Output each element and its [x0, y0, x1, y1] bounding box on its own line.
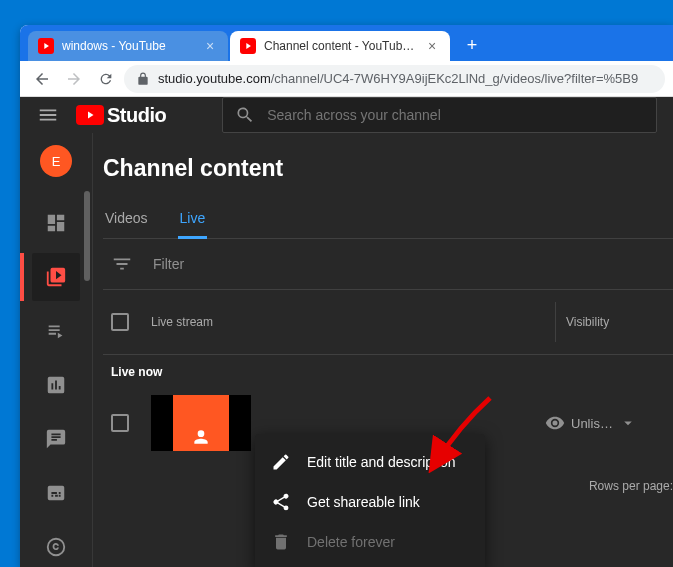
logo-text: Studio [107, 104, 166, 127]
sidebar-item-subtitles[interactable] [32, 469, 80, 517]
menu-label: Get shareable link [307, 494, 420, 510]
menu-delete-forever: Delete forever [255, 522, 485, 562]
play-icon [76, 105, 104, 125]
avatar[interactable]: E [40, 145, 72, 177]
select-all-checkbox[interactable] [111, 313, 129, 331]
column-visibility[interactable]: Visibility [555, 302, 665, 342]
url-host: studio.youtube.com [158, 71, 271, 86]
filter-icon [111, 253, 133, 275]
menu-shareable-link[interactable]: Get shareable link [255, 482, 485, 522]
tab-live[interactable]: Live [178, 204, 208, 238]
person-icon [191, 427, 211, 447]
menu-label: Edit title and description [307, 454, 456, 470]
forward-button[interactable] [60, 65, 88, 93]
rows-per-page-label: Rows per page: [589, 479, 673, 493]
youtube-favicon [240, 38, 256, 54]
content-tabs: Videos Live [103, 204, 673, 239]
browser-tab[interactable]: windows - YouTube × [28, 31, 228, 61]
page-title: Channel content [103, 155, 673, 182]
filter-label: Filter [153, 256, 184, 272]
trash-icon [271, 532, 291, 552]
hamburger-icon[interactable] [36, 103, 60, 127]
tab-title: windows - YouTube [62, 39, 194, 53]
sidebar-scrollbar[interactable] [84, 191, 90, 281]
lock-icon [136, 72, 150, 86]
sidebar-item-playlists[interactable] [32, 307, 80, 355]
search-container [222, 97, 657, 133]
reload-button[interactable] [92, 65, 120, 93]
menu-label: Delete forever [307, 534, 395, 550]
address-bar: studio.youtube.com/channel/UC4-7W6HY9A9i… [20, 61, 673, 97]
context-menu: Edit title and description Get shareable… [255, 434, 485, 567]
tab-videos[interactable]: Videos [103, 204, 150, 238]
sidebar-item-comments[interactable] [32, 415, 80, 463]
tab-title: Channel content - YouTube Studio [264, 39, 416, 53]
table-header: Live stream Visibility [103, 289, 673, 355]
sidebar-item-content[interactable] [32, 253, 80, 301]
top-bar: Studio [20, 97, 673, 133]
youtube-favicon [38, 38, 54, 54]
close-icon[interactable]: × [202, 38, 218, 54]
pencil-icon [271, 452, 291, 472]
column-stream[interactable]: Live stream [151, 315, 565, 329]
logo[interactable]: Studio [76, 104, 166, 127]
tab-strip: windows - YouTube × Channel content - Yo… [20, 25, 673, 61]
url-path: /channel/UC4-7W6HY9A9ijEKc2LlNd_g/videos… [271, 71, 638, 86]
thumbnail-placeholder [173, 395, 229, 451]
share-icon [271, 492, 291, 512]
search-icon [235, 105, 255, 125]
new-tab-button[interactable]: + [458, 31, 486, 59]
row-checkbox[interactable] [111, 414, 129, 432]
close-icon[interactable]: × [424, 38, 440, 54]
menu-edit-title[interactable]: Edit title and description [255, 442, 485, 482]
sidebar-item-dashboard[interactable] [32, 199, 80, 247]
browser-tab-active[interactable]: Channel content - YouTube Studio × [230, 31, 450, 61]
filter-row[interactable]: Filter [103, 239, 673, 289]
search-input[interactable] [267, 107, 644, 123]
sidebar-item-analytics[interactable] [32, 361, 80, 409]
chevron-down-icon [619, 414, 637, 432]
eye-icon [545, 413, 565, 433]
url-field[interactable]: studio.youtube.com/channel/UC4-7W6HY9A9i… [124, 65, 665, 93]
visibility-label: Unlis… [571, 416, 613, 431]
back-button[interactable] [28, 65, 56, 93]
stream-thumbnail[interactable] [151, 395, 251, 451]
sidebar-item-copyright[interactable] [32, 523, 80, 567]
section-live-now: Live now [103, 355, 673, 389]
visibility-cell[interactable]: Unlis… [545, 413, 665, 433]
sidebar: E [20, 133, 92, 567]
search-box[interactable] [222, 97, 657, 133]
